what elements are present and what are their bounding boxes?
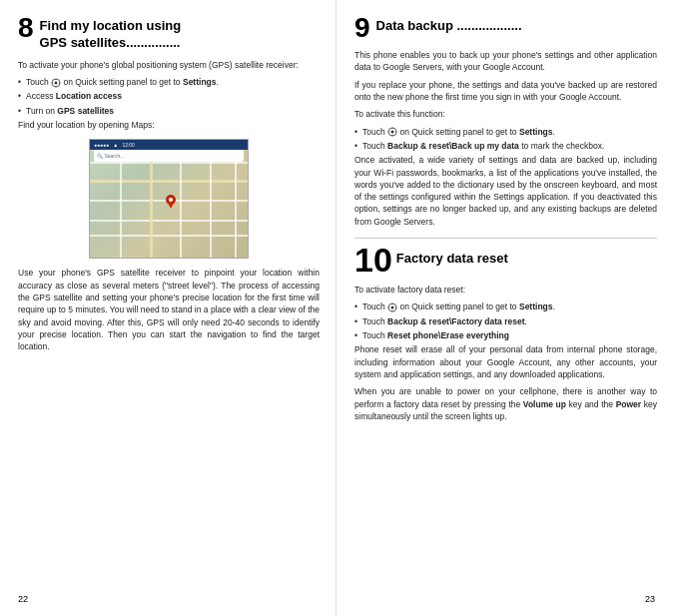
svg-point-8 — [169, 198, 173, 202]
section9-intro: This phone enables you to back up your p… — [354, 49, 657, 74]
section9-number: 9 — [354, 14, 370, 42]
svg-marker-7 — [168, 203, 174, 209]
section10-para2: When you are unable to power on your cel… — [354, 385, 657, 422]
svg-point-10 — [391, 131, 394, 134]
section10-bullet2: Touch Backup & reset\Factory data reset. — [354, 315, 657, 327]
section10-para1: Phone reset will erase all of your perso… — [354, 343, 657, 380]
section9-bullet2: Touch Backup & reset\Back up my data to … — [354, 140, 657, 152]
section8-bullet1: Touch on Quick setting panel to get to S… — [18, 76, 320, 88]
section8-body1: Use your phone's GPS satellite receiver … — [18, 267, 320, 352]
section8-number: 8 — [18, 14, 34, 42]
section10-intro: To activate factory data reset: — [354, 284, 657, 296]
svg-point-16 — [391, 307, 394, 309]
page-number-left: 22 — [18, 594, 28, 604]
section9-para3: To activate this function: — [354, 108, 657, 120]
map-image: ●●●●● ▲ 12:00 🔍 Search... — [89, 139, 249, 259]
svg-point-1 — [55, 81, 58, 84]
section8-bullet2: Access Location access — [18, 90, 320, 102]
section8-title-line1: Find my location using — [40, 18, 182, 35]
section9-bullet1: Touch on Quick setting panel to get to S… — [354, 126, 657, 138]
section10-bullet1: Touch on Quick setting panel to get to S… — [354, 301, 657, 312]
map-status-bar: ●●●●● ▲ 12:00 — [90, 140, 248, 150]
section10-number: 10 — [354, 243, 392, 277]
section10-bullet3: Touch Reset phone\Erase everything — [354, 329, 657, 341]
section8-intro: To activate your phone's global position… — [18, 59, 320, 71]
section10-title: Factory data reset — [396, 251, 508, 268]
section8-maps-intro: Find your location by opening Maps: — [18, 119, 320, 131]
section8-header: 8 Find my location using GPS satellites.… — [18, 18, 320, 52]
section10-header: 10 Factory data reset — [354, 247, 657, 277]
section8-title-line2: GPS satellites............... — [40, 35, 182, 52]
section9-para2: If you replace your phone, the settings … — [354, 79, 657, 104]
map-pin — [166, 195, 176, 211]
section9-header: 9 Data backup .................. — [354, 18, 657, 42]
section-divider — [354, 238, 657, 239]
section9-title: Data backup .................. — [376, 18, 522, 35]
section9-para4: Once activated, a wide variety of settin… — [354, 154, 657, 228]
page-number-right: 23 — [645, 594, 655, 604]
map-search-bar: 🔍 Search... — [94, 150, 244, 162]
section8-bullet3: Turn on GPS satellites — [18, 105, 320, 117]
